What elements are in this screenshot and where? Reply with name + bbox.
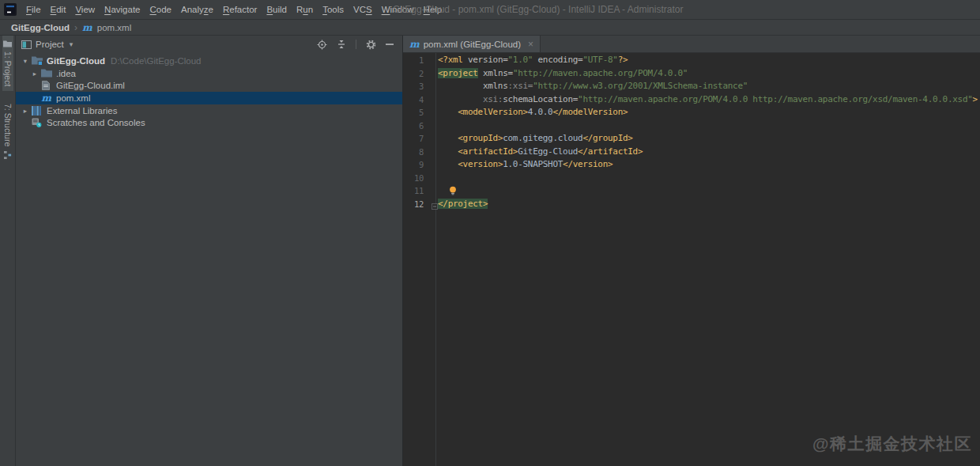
editor-tab-label: pom.xml (GitEgg-Cloud) <box>424 40 521 49</box>
expander-icon[interactable]: ▸ <box>30 70 40 78</box>
line-number: 2 <box>403 67 435 81</box>
project-panel-header: Project ▾ <box>16 36 402 53</box>
line-number: 6 <box>403 119 435 133</box>
maven-file-icon: m <box>82 24 92 32</box>
code-line-text: <modelVersion>4.0.0</modelVersion> <box>435 106 628 119</box>
menu-edit[interactable]: Edit <box>46 1 71 19</box>
project-panel: Project ▾ ▾GitEgg-CloudD:\Code\GitEgg-Cl… <box>16 36 403 466</box>
watermark: @稀土掘金技术社区 <box>812 433 972 455</box>
menu-file[interactable]: File <box>21 1 46 19</box>
line-number: 10 <box>403 172 435 185</box>
code-line-text: xsi:schemaLocation="http://maven.apache.… <box>435 93 978 107</box>
editor-tab-pom-xml[interactable]: m pom.xml (GitEgg-Cloud) × <box>403 36 541 52</box>
title-bar: FileEditViewNavigateCodeAnalyzeRefactorB… <box>0 0 980 20</box>
code-line-1: 1<?xml version="1.0" encoding="UTF-8"?> <box>403 54 980 67</box>
maven-file-icon: m <box>40 94 53 102</box>
folder-project-icon <box>30 56 43 66</box>
tree-item-gitegg-cloud[interactable]: ▾GitEgg-CloudD:\Code\GitEgg-Cloud <box>16 55 402 67</box>
line-number: 11 <box>403 184 435 198</box>
tool-window-button-structure[interactable]: 7: Structure <box>2 99 13 163</box>
tree-item-pom-xml[interactable]: mpom.xml <box>16 92 402 104</box>
scratches-icon <box>30 118 43 127</box>
tree-item-scratches-and-consoles[interactable]: Scratches and Consoles <box>16 116 402 129</box>
code-line-text: </project> <box>435 198 488 211</box>
line-number: 7 <box>403 132 435 146</box>
menu-run[interactable]: Run <box>292 1 318 19</box>
code-line-4: 4 xsi:schemaLocation="http://maven.apach… <box>403 93 980 107</box>
line-number: 3 <box>403 80 435 93</box>
expander-icon[interactable]: ▸ <box>21 107 30 115</box>
settings-gear-icon[interactable] <box>366 40 376 50</box>
code-line-3: 3 xmlns:xsi="http://www.w3.org/2001/XMLS… <box>403 80 980 93</box>
intellij-window: FileEditViewNavigateCodeAnalyzeRefactorB… <box>0 0 980 466</box>
menu-analyze[interactable]: Analyze <box>176 1 218 19</box>
breadcrumb-project[interactable]: GitEgg-Cloud <box>11 23 70 32</box>
locate-icon[interactable] <box>317 40 327 50</box>
code-line-9: 9 <version>1.0-SNAPSHOT</version> <box>403 158 980 172</box>
divider <box>356 40 356 49</box>
code-line-text <box>435 172 438 185</box>
menu-tools[interactable]: Tools <box>318 1 349 19</box>
project-panel-actions <box>317 40 402 50</box>
line-number: 4 <box>403 93 435 107</box>
code-line-2: 2<project xmlns="http://maven.apache.org… <box>403 67 980 81</box>
libraries-icon <box>30 106 43 116</box>
code-line-text: xmlns:xsi="http://www.w3.org/2001/XMLSch… <box>435 80 748 93</box>
code-line-7: 7 <groupId>com.gitegg.cloud</groupId> <box>403 132 980 146</box>
fold-marker-icon[interactable] <box>432 201 438 214</box>
line-number: 9 <box>403 158 435 172</box>
line-number: 1 <box>403 54 435 67</box>
code-line-10: 10 <box>403 172 980 185</box>
breadcrumb: GitEgg-Cloud › m pom.xml <box>0 20 980 36</box>
close-icon[interactable]: × <box>528 39 533 50</box>
tool-window-label: 7: Structure <box>3 104 13 146</box>
menu-code[interactable]: Code <box>145 1 177 19</box>
code-line-text: <groupId>com.gitegg.cloud</groupId> <box>435 132 633 146</box>
line-number: 12 <box>403 198 435 211</box>
tree-item-label: pom.xml <box>56 93 90 103</box>
tool-window-stripe: 1: Project 7: Structure <box>0 36 16 466</box>
tree-item-label: GitEgg-Cloud <box>47 56 105 66</box>
code-line-text: <project xmlns="http://maven.apache.org/… <box>435 67 688 81</box>
collapse-all-icon[interactable] <box>337 40 346 49</box>
line-number: 5 <box>403 106 435 119</box>
code-line-text <box>435 119 438 133</box>
tree-item-label: .idea <box>56 69 76 78</box>
code-line-text: <version>1.0-SNAPSHOT</version> <box>435 158 612 172</box>
code-line-text: <?xml version="1.0" encoding="UTF-8"?> <box>435 54 628 67</box>
tree-item-external-libraries[interactable]: ▸External Libraries <box>16 104 402 117</box>
chevron-down-icon[interactable]: ▾ <box>70 40 74 48</box>
project-tool-icon <box>3 40 12 47</box>
folder-icon <box>40 69 53 78</box>
menu-refactor[interactable]: Refactor <box>218 1 262 19</box>
tree-item-path: D:\Code\GitEgg-Cloud <box>111 56 201 66</box>
menu-vcs[interactable]: VCS <box>349 1 377 19</box>
project-tree: ▾GitEgg-CloudD:\Code\GitEgg-Cloud▸.ideaG… <box>16 53 402 129</box>
editor-tab-bar: m pom.xml (GitEgg-Cloud) × <box>403 36 980 53</box>
breadcrumb-file[interactable]: pom.xml <box>97 23 131 32</box>
menu-build[interactable]: Build <box>262 1 292 19</box>
hide-icon[interactable] <box>386 40 394 49</box>
menu-navigate[interactable]: Navigate <box>100 1 145 19</box>
tool-window-button-project[interactable]: 1: Project <box>2 36 13 91</box>
tool-window-label: 1: Project <box>3 51 13 86</box>
intellij-logo-icon <box>4 3 17 16</box>
code-editor[interactable]: 1<?xml version="1.0" encoding="UTF-8"?>2… <box>403 53 980 466</box>
code-line-5: 5 <modelVersion>4.0.0</modelVersion> <box>403 106 980 119</box>
tree-item-label: External Libraries <box>47 106 117 116</box>
tree-item-label: Scratches and Consoles <box>47 118 145 127</box>
iml-file-icon <box>40 81 53 90</box>
code-line-6: 6 <box>403 119 980 133</box>
expander-icon[interactable]: ▾ <box>21 57 30 65</box>
tree-item-idea[interactable]: ▸.idea <box>16 67 402 80</box>
menu-view[interactable]: View <box>70 1 100 19</box>
tree-item-gitegg-cloud-iml[interactable]: GitEgg-Cloud.iml <box>16 79 402 92</box>
line-number: 8 <box>403 146 435 159</box>
code-line-8: 8 <artifactId>GitEgg-Cloud</artifactId> <box>403 146 980 159</box>
project-view-icon <box>21 40 32 50</box>
code-line-11: 11 <box>403 184 980 198</box>
project-panel-title[interactable]: Project <box>36 40 64 49</box>
code-line-text: <artifactId>GitEgg-Cloud</artifactId> <box>435 146 643 159</box>
code-line-12: 12</project> <box>403 198 980 211</box>
window-title: GitEgg-Cloud - pom.xml (GitEgg-Cloud) - … <box>393 0 683 19</box>
